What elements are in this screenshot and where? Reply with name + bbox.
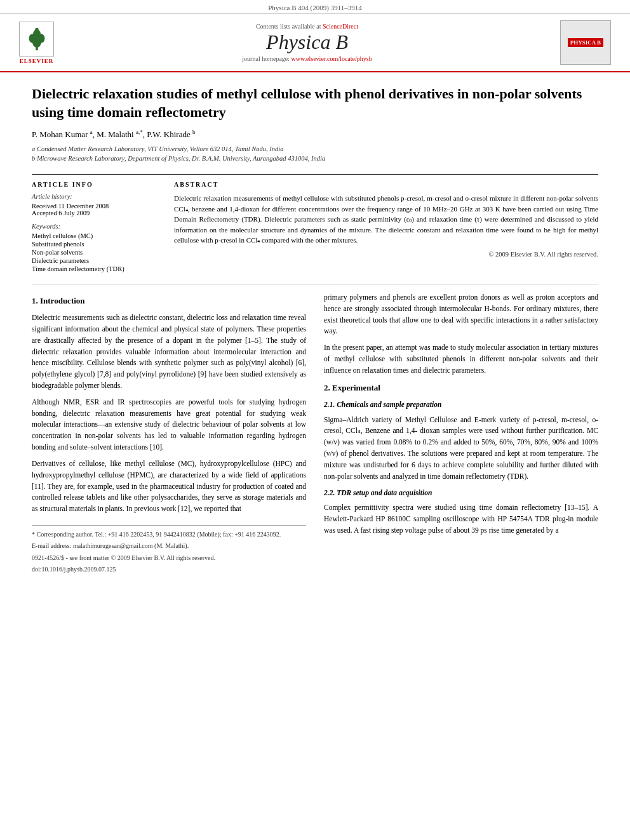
section1-heading: 1. Introduction (32, 295, 306, 307)
journal-badge-area: PHYSICA B (560, 20, 611, 65)
author-mohan: P. Mohan Kumar (32, 130, 88, 140)
sciencedirect-line: Contents lists available at ScienceDirec… (54, 23, 560, 30)
publisher-logo-area: ELSEVIER (19, 22, 54, 64)
elsevier-text: ELSEVIER (20, 58, 54, 64)
author-malathi: M. Malathi (97, 130, 134, 140)
footnote-issn: 0921-4526/$ - see front matter © 2009 El… (32, 553, 306, 563)
history-label: Article history: (32, 193, 159, 200)
footnote-email: E-mail address: malathimurugesan@gmail.c… (32, 541, 306, 551)
authors-line: P. Mohan Kumar a, M. Malathi a,*, P.W. K… (32, 129, 598, 140)
footnote-star: * Corresponding author. Tel.: +91 416 22… (32, 530, 306, 540)
affiliation-a: a Condensed Matter Research Laboratory, … (32, 144, 598, 154)
journal-title-area: Contents lists available at ScienceDirec… (54, 23, 560, 62)
footnote-doi: doi:10.1016/j.physb.2009.07.125 (32, 564, 306, 575)
article-info-column: ARTICLE INFO Article history: Received 1… (32, 181, 159, 274)
author-khirade: P.W. Khirade (147, 130, 191, 140)
citation-header: Physica B 404 (2009) 3911–3914 (0, 0, 630, 14)
body-left-column: 1. Introduction Dielectric measurements … (32, 292, 306, 577)
keywords-label: Keywords: (32, 223, 159, 230)
body-right-column: primary polymers and phenols are excelle… (324, 292, 598, 577)
keyword-2: Substituted phenols (32, 241, 159, 248)
keyword-1: Methyl cellulose (MC) (32, 232, 159, 239)
intro-para2: Although NMR, ESR and IR spectroscopies … (32, 397, 306, 453)
content-divider (32, 284, 598, 284)
keyword-5: Time domain reflectometry (TDR) (32, 265, 159, 272)
affiliations: a Condensed Matter Research Laboratory, … (32, 144, 598, 164)
physica-badge: PHYSICA B (568, 38, 603, 47)
elsevier-tree-icon (24, 26, 50, 51)
keyword-3: Non-polar solvents (32, 249, 159, 256)
homepage-link[interactable]: www.elsevier.com/locate/physb (292, 55, 372, 62)
subsection21-para: Sigma–Aldrich variety of Methyl Cellulos… (324, 415, 598, 483)
right-para2: In the present paper, an attempt was mad… (324, 342, 598, 376)
footnotes: * Corresponding author. Tel.: +91 416 22… (32, 525, 306, 575)
main-content: Dielectric relaxation studies of methyl … (0, 72, 630, 596)
subsection21-heading: 2.1. Chemicals and sample preparation (324, 399, 598, 411)
elsevier-logo: ELSEVIER (19, 22, 54, 64)
subsection22-heading: 2.2. TDR setup and data acquisition (324, 488, 598, 499)
section2-heading: 2. Experimental (324, 382, 598, 394)
abstract-text: Dielectric relaxation measurements of me… (174, 193, 598, 246)
abstract-column: ABSTRACT Dielectric relaxation measureme… (174, 181, 598, 274)
journal-homepage: journal homepage: www.elsevier.com/locat… (54, 55, 560, 62)
keywords-section: Keywords: Methyl cellulose (MC) Substitu… (32, 223, 159, 272)
elsevier-tree-box (19, 22, 54, 57)
svg-point-5 (35, 28, 38, 31)
intro-para1: Dielectric measurements such as dielectr… (32, 312, 306, 392)
body-content: 1. Introduction Dielectric measurements … (32, 292, 598, 577)
journal-title: Physica B (54, 31, 560, 53)
intro-para3: Derivatives of cellulose, like methyl ce… (32, 458, 306, 515)
abstract-heading: ABSTRACT (174, 181, 598, 188)
journal-header: ELSEVIER Contents lists available at Sci… (0, 14, 630, 72)
right-para1: primary polymers and phenols are excelle… (324, 292, 598, 337)
affiliation-b: b Microwave Research Laboratory, Departm… (32, 154, 598, 164)
info-abstract-section: ARTICLE INFO Article history: Received 1… (32, 174, 598, 274)
keyword-4: Dielectric parameters (32, 257, 159, 264)
article-info-heading: ARTICLE INFO (32, 181, 159, 188)
subsection22-para: Complex permittivity spectra were studie… (324, 502, 598, 536)
sciencedirect-link[interactable]: ScienceDirect (323, 23, 358, 30)
copyright: © 2009 Elsevier B.V. All rights reserved… (174, 251, 598, 258)
received-date: Received 11 December 2008 Accepted 6 Jul… (32, 203, 159, 217)
citation-text: Physica B 404 (2009) 3911–3914 (268, 4, 361, 11)
article-title: Dielectric relaxation studies of methyl … (32, 85, 598, 121)
